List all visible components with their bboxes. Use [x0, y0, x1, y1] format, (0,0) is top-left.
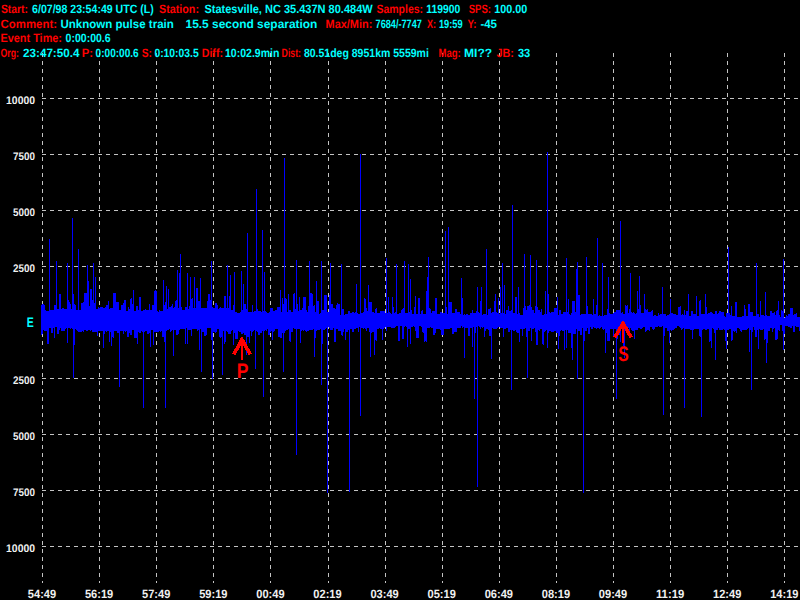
svg-text:SPS:: SPS: [469, 2, 491, 16]
svg-text:14:19: 14:19 [770, 587, 799, 600]
svg-text:Y:: Y: [467, 17, 476, 31]
svg-text:57:49: 57:49 [142, 587, 171, 600]
svg-text:MI??: MI?? [464, 46, 492, 60]
svg-text:S: S [618, 343, 629, 366]
svg-text:Org:: Org: [1, 46, 20, 60]
svg-text:03:49: 03:49 [370, 587, 399, 600]
svg-text:08:19: 08:19 [542, 587, 571, 600]
svg-text:E: E [27, 314, 34, 330]
svg-text:7500: 7500 [13, 151, 35, 163]
svg-text:2500: 2500 [13, 375, 35, 387]
svg-text:05:19: 05:19 [428, 587, 457, 600]
svg-text:10000: 10000 [6, 543, 35, 555]
svg-text:23:47:50.4: 23:47:50.4 [23, 46, 80, 60]
svg-text:Mag:: Mag: [439, 46, 461, 60]
svg-text:2500: 2500 [13, 263, 35, 275]
svg-text:0:00:00.6: 0:00:00.6 [66, 31, 111, 45]
svg-text:54:49: 54:49 [28, 587, 57, 600]
svg-text:19:59: 19:59 [439, 17, 463, 31]
svg-text:Station:: Station: [159, 2, 199, 16]
svg-text:Event Time:: Event Time: [1, 31, 63, 45]
svg-text:5000: 5000 [13, 207, 35, 219]
svg-text:12:49: 12:49 [713, 587, 742, 600]
svg-text:7500: 7500 [13, 487, 35, 499]
svg-text:Start:: Start: [1, 2, 28, 16]
svg-text:X:: X: [427, 17, 436, 31]
svg-text:33: 33 [518, 46, 531, 60]
svg-text:Max/Min:: Max/Min: [326, 17, 373, 31]
svg-text:00:49: 00:49 [256, 587, 285, 600]
svg-text:80.51deg 8951km 5559mi: 80.51deg 8951km 5559mi [304, 46, 429, 60]
svg-text:Statesville, NC 35.437N 80.484: Statesville, NC 35.437N 80.484W [204, 2, 373, 16]
svg-text:5000: 5000 [13, 431, 35, 443]
svg-text:Unknown pulse train: Unknown pulse train [61, 17, 174, 31]
svg-text:P:: P: [82, 46, 93, 60]
svg-text:10000: 10000 [6, 95, 35, 107]
svg-text:-45: -45 [480, 17, 497, 31]
svg-text:09:49: 09:49 [599, 587, 628, 600]
svg-text:119900: 119900 [426, 2, 460, 16]
svg-text:15.5 second separation: 15.5 second separation [186, 17, 318, 31]
svg-text:Dist:: Dist: [282, 46, 301, 60]
svg-text:S:: S: [142, 46, 152, 60]
svg-text:7684/-7747: 7684/-7747 [376, 17, 422, 31]
svg-text:11:19: 11:19 [656, 587, 685, 600]
svg-text:6/07/98 23:54:49 UTC (L): 6/07/98 23:54:49 UTC (L) [32, 2, 154, 16]
svg-text:0:00:00.6: 0:00:00.6 [96, 46, 139, 60]
svg-text:0:10:03.5: 0:10:03.5 [154, 46, 199, 60]
svg-text:56:19: 56:19 [85, 587, 114, 600]
svg-text:10:02.9min: 10:02.9min [225, 46, 279, 60]
svg-text:02:19: 02:19 [313, 587, 342, 600]
svg-text:100.00: 100.00 [494, 2, 527, 16]
svg-text:JB:: JB: [496, 46, 513, 60]
svg-text:06:49: 06:49 [485, 587, 514, 600]
svg-text:Comment:: Comment: [1, 17, 58, 31]
svg-text:Diff:: Diff: [202, 46, 223, 60]
svg-text:P: P [237, 360, 249, 383]
svg-text:Samples:: Samples: [376, 2, 423, 16]
svg-text:59:19: 59:19 [199, 587, 228, 600]
